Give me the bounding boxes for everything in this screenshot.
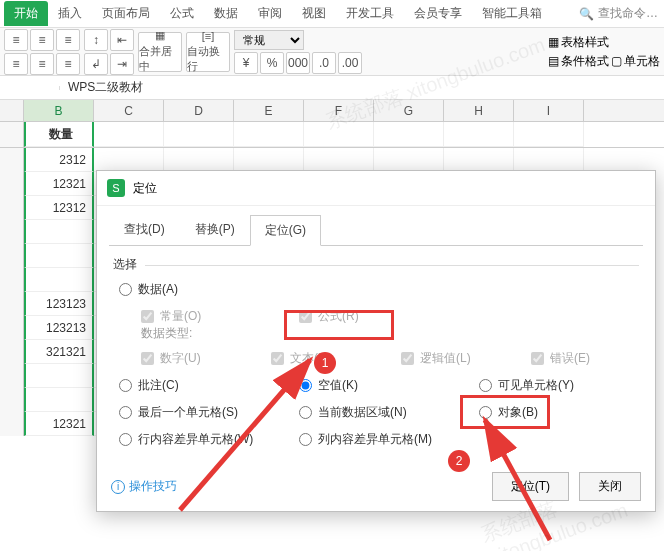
align-top-icon[interactable]: ≡ — [4, 29, 28, 51]
col-header-i[interactable]: I — [514, 100, 584, 121]
cell-b[interactable]: 123213 — [24, 316, 94, 340]
opt-comment[interactable]: 批注(C) — [119, 377, 299, 394]
cell-b[interactable]: 2312 — [24, 148, 94, 172]
cell-b[interactable]: 321321 — [24, 340, 94, 364]
cell[interactable] — [444, 122, 514, 147]
cond-format-button[interactable]: ▤ 条件格式 — [548, 53, 609, 70]
merge-center-button[interactable]: ▦ 合并居中 — [138, 32, 182, 72]
cell[interactable] — [374, 148, 444, 172]
cell[interactable] — [304, 122, 374, 147]
cell[interactable] — [164, 148, 234, 172]
row-header[interactable] — [0, 268, 24, 292]
dec-dec-icon[interactable]: .00 — [338, 52, 362, 74]
col-header-f[interactable]: F — [304, 100, 374, 121]
col-header-c[interactable]: C — [94, 100, 164, 121]
currency-icon[interactable]: ¥ — [234, 52, 258, 74]
row-header[interactable] — [0, 148, 24, 172]
indent-dec-icon[interactable]: ⇤ — [110, 29, 134, 51]
align-middle-icon[interactable]: ≡ — [30, 29, 54, 51]
tip-link[interactable]: i 操作技巧 — [111, 478, 177, 495]
cell[interactable] — [234, 122, 304, 147]
row-header[interactable] — [0, 364, 24, 388]
col-header-b[interactable]: B — [24, 100, 94, 121]
cell[interactable] — [514, 122, 584, 147]
tab-formula[interactable]: 公式 — [160, 1, 204, 26]
cell-b[interactable] — [24, 220, 94, 244]
number-format-select[interactable]: 常规 — [234, 30, 304, 50]
cell-b[interactable]: 12321 — [24, 172, 94, 196]
dec-inc-icon[interactable]: .0 — [312, 52, 336, 74]
col-header-h[interactable]: H — [444, 100, 514, 121]
row-header[interactable] — [0, 340, 24, 364]
orientation-icon[interactable]: ↕ — [84, 29, 108, 51]
align-bottom-icon[interactable]: ≡ — [56, 29, 80, 51]
col-header-d[interactable]: D — [164, 100, 234, 121]
cell-header-b[interactable]: 数量 — [24, 122, 94, 147]
tab-goto[interactable]: 定位(G) — [250, 215, 321, 246]
opt-region[interactable]: 当前数据区域(N) — [299, 404, 479, 421]
tab-home[interactable]: 开始 — [4, 1, 48, 26]
tab-find[interactable]: 查找(D) — [109, 214, 180, 245]
opt-rowdiff[interactable]: 行内容差异单元格(W) — [119, 431, 299, 448]
row-header[interactable] — [0, 412, 24, 436]
dialog-titlebar[interactable]: S 定位 — [97, 171, 655, 206]
cell-b[interactable] — [24, 364, 94, 388]
row-header[interactable] — [0, 316, 24, 340]
header-row: 数量 — [0, 122, 664, 148]
col-header-e[interactable]: E — [234, 100, 304, 121]
cell[interactable] — [444, 148, 514, 172]
opt-coldiff[interactable]: 列内容差异单元格(M) — [299, 431, 479, 448]
col-header-g[interactable]: G — [374, 100, 444, 121]
cell-b[interactable]: 12312 — [24, 196, 94, 220]
select-all-corner[interactable] — [0, 100, 24, 121]
name-box[interactable] — [0, 86, 60, 90]
cell-b[interactable] — [24, 244, 94, 268]
row-header[interactable] — [0, 292, 24, 316]
tab-layout[interactable]: 页面布局 — [92, 1, 160, 26]
command-search[interactable]: 🔍 查找命令… — [579, 5, 664, 22]
formula-bar[interactable]: WPS二级教材 — [60, 77, 151, 98]
wrap-icon[interactable]: ↲ — [84, 53, 108, 75]
wrap-text-button[interactable]: [≡] 自动换行 — [186, 32, 230, 72]
close-button[interactable]: 关闭 — [579, 472, 641, 501]
comma-icon[interactable]: 000 — [286, 52, 310, 74]
row-header[interactable] — [0, 172, 24, 196]
table-style-button[interactable]: ▦ 表格样式 — [548, 34, 660, 51]
percent-icon[interactable]: % — [260, 52, 284, 74]
row-header[interactable] — [0, 388, 24, 412]
cell-style-button[interactable]: ▢ 单元格 — [611, 53, 660, 70]
tab-insert[interactable]: 插入 — [48, 1, 92, 26]
tab-data[interactable]: 数据 — [204, 1, 248, 26]
cell[interactable] — [304, 148, 374, 172]
tab-view[interactable]: 视图 — [292, 1, 336, 26]
tab-smart[interactable]: 智能工具箱 — [472, 1, 552, 26]
row-header[interactable] — [0, 220, 24, 244]
tab-member[interactable]: 会员专享 — [404, 1, 472, 26]
cell[interactable] — [514, 148, 584, 172]
cell-b[interactable] — [24, 388, 94, 412]
cell[interactable] — [94, 148, 164, 172]
ok-button[interactable]: 定位(T) — [492, 472, 569, 501]
opt-visible[interactable]: 可见单元格(Y) — [479, 377, 639, 394]
cell[interactable] — [164, 122, 234, 147]
opt-lastcell[interactable]: 最后一个单元格(S) — [119, 404, 299, 421]
indent-inc-icon[interactable]: ⇥ — [110, 53, 134, 75]
row-header[interactable] — [0, 122, 24, 147]
row-header[interactable] — [0, 196, 24, 220]
align-left-icon[interactable]: ≡ — [4, 53, 28, 75]
opt-object[interactable]: 对象(B) — [479, 404, 639, 421]
tab-dev[interactable]: 开发工具 — [336, 1, 404, 26]
opt-data[interactable]: 数据(A) — [119, 281, 299, 298]
cell-b[interactable] — [24, 268, 94, 292]
cell[interactable] — [234, 148, 304, 172]
tab-review[interactable]: 审阅 — [248, 1, 292, 26]
align-center-icon[interactable]: ≡ — [30, 53, 54, 75]
cell-b[interactable]: 123123 — [24, 292, 94, 316]
cell[interactable] — [94, 122, 164, 147]
cell-b[interactable]: 12321 — [24, 412, 94, 436]
tab-replace[interactable]: 替换(P) — [180, 214, 250, 245]
row-header[interactable] — [0, 244, 24, 268]
align-right-icon[interactable]: ≡ — [56, 53, 80, 75]
opt-blank[interactable]: 空值(K) — [299, 377, 479, 394]
cell[interactable] — [374, 122, 444, 147]
